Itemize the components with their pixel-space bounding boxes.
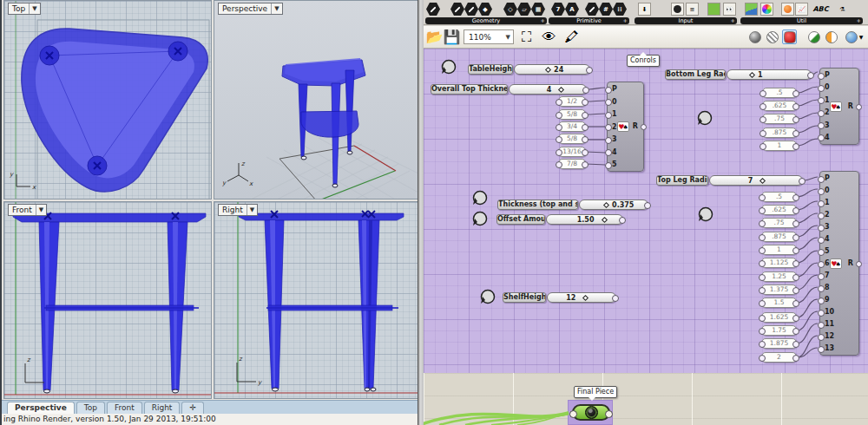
number-panel[interactable]: .75 [761,218,797,228]
number-panel[interactable]: 1.875 [761,338,797,349]
number-panel[interactable]: 1.375 [761,284,797,295]
input-import-icon[interactable]: ⬇ [638,3,651,16]
number-panel[interactable]: 1.75 [761,325,797,336]
slider-knob[interactable] [582,295,589,301]
selected-preview-orange-icon[interactable] [824,29,838,44]
tab-right[interactable]: Right [144,402,181,414]
number-panel[interactable]: .625 [761,205,797,215]
balloon-marker-icon[interactable] [695,110,713,128]
component-input[interactable]: 9 [820,295,858,304]
component-input[interactable]: 5 [608,160,643,169]
preview-wireframe-icon[interactable] [765,29,779,44]
number-panel[interactable]: 1 [762,141,797,151]
component-input[interactable]: P [820,70,858,80]
viewport-right[interactable]: z y Right ▼ [214,201,419,399]
primitive-domain-icon[interactable]: ⁝⁝ [613,3,627,16]
component-input[interactable]: 11 [820,319,858,329]
tab-perspective[interactable]: Perspective [7,402,75,414]
slider-top-leg-radius[interactable]: 7 [709,175,803,186]
component-input[interactable]: 3 [820,121,858,130]
slider-knob[interactable] [601,217,607,223]
tab-front[interactable]: Front [107,402,142,414]
slider-bottom-leg-radius[interactable]: 1 [727,69,812,80]
util-graph-icon[interactable]: 📈 [795,3,808,16]
number-panel[interactable]: .875 [762,128,797,138]
primitive-number-icon[interactable]: 7 [551,3,565,16]
final-piece-component[interactable] [572,404,610,421]
number-panel[interactable]: .625 [762,101,797,111]
component-input[interactable]: 1 [608,109,643,119]
component-input[interactable]: 1 [820,198,858,207]
number-panel[interactable]: 1.625 [761,312,797,323]
geometry-line-icon[interactable] [464,3,478,16]
component-input[interactable]: 12 [820,331,858,341]
output-nub[interactable] [856,104,862,110]
util-text-icon[interactable]: ABC [814,3,827,16]
input-colour-swatch-icon[interactable] [707,3,720,16]
slider-shelfheight[interactable]: 12 [547,292,616,303]
viewport-perspective[interactable]: z y x Perspective ▼ [214,0,419,199]
balloon-marker-icon[interactable] [470,190,488,207]
expand-plus-icon[interactable]: + [541,17,545,24]
number-panel[interactable]: .5 [762,88,797,98]
slider-knob[interactable] [545,67,551,73]
group-label-input[interactable]: Input+ [635,17,737,24]
viewport-top[interactable]: y x Top ▼ [3,0,212,199]
chevron-down-icon[interactable]: ▼ [30,5,39,12]
preview-eye-icon[interactable]: 👁 [542,29,556,44]
primitive-hash-icon[interactable]: # [599,3,613,16]
preview-custom-icon[interactable] [782,29,797,44]
document-preview-blue-icon[interactable] [844,29,858,44]
geometry-curve-icon[interactable] [450,3,464,16]
sketch-pencil-icon[interactable]: 🖍 [564,29,579,44]
balloon-marker-icon[interactable] [696,206,713,224]
chevron-down-icon[interactable]: ▼ [858,29,865,44]
component-input[interactable]: 0 [820,82,858,92]
gh-canvas-lower[interactable] [424,373,868,425]
slider-label-tableheight[interactable]: TableHeight [468,64,513,75]
new-viewport-tab-icon[interactable]: ✛ [181,402,204,414]
slider-knob[interactable] [603,202,609,208]
component-input[interactable]: P [608,84,643,94]
slider-knob[interactable] [760,178,766,184]
slider-tableheight[interactable]: 24 [514,64,590,75]
component-input[interactable]: 13 [820,343,858,353]
input-pointer-icon[interactable]: 👀 [723,3,736,16]
input-slider-icon[interactable] [671,3,684,16]
component-input[interactable]: 10 [820,307,858,317]
number-panel[interactable]: 5/8 [558,109,586,120]
group-label-geometry[interactable]: Geometry+ [425,17,547,24]
group-label-util[interactable]: Util+ [740,17,863,24]
zoom-extents-icon[interactable]: ⛶ [519,29,534,44]
preview-shaded-icon[interactable] [747,29,762,44]
component-input[interactable]: 5 [820,246,858,256]
geometry-surface-icon[interactable]: ▱ [517,3,531,16]
component-output[interactable]: R [633,122,638,130]
primitive-text-icon[interactable]: A [565,3,579,16]
pick-and-choose-component[interactable]: P 0 1 2 3 4 5 6 7 8 9 10 11 12 13 ♥♠ R [819,171,859,356]
viewport-title-perspective[interactable]: Perspective ▼ [218,3,283,15]
number-panel[interactable]: 13/16 [558,147,586,157]
window-divider[interactable] [418,0,424,425]
component-input[interactable]: 0 [608,97,643,107]
geometry-mesh-icon[interactable]: ▦ [531,3,545,16]
number-panel[interactable]: 1 [761,245,797,255]
util-cluster-icon[interactable] [781,3,794,16]
slider-knob[interactable] [558,87,564,93]
slider-label-shelfheight[interactable]: ShelfHeight [503,292,546,303]
slider-offset-amount[interactable]: 1.50 [546,214,623,225]
number-panel[interactable]: 1.125 [761,258,797,268]
open-file-icon[interactable]: 📂 [427,29,442,44]
number-panel[interactable]: 1/2 [558,96,586,107]
viewport-title-top[interactable]: Top ▼ [8,3,41,15]
component-input[interactable]: 0 [820,186,858,195]
component-input[interactable]: 4 [608,147,643,157]
component-output[interactable]: R [848,259,853,267]
util-flask-icon[interactable]: ⚗ [836,3,849,16]
number-panel[interactable]: 1.25 [761,271,797,282]
number-panel[interactable]: 2 [761,352,797,363]
selected-preview-green-icon[interactable] [806,29,821,44]
component-output[interactable]: R [848,102,853,110]
pick-and-choose-component[interactable]: P 0 1 2 3 4 5 ♥♠ R [607,82,644,172]
balloon-marker-icon[interactable] [470,211,488,228]
